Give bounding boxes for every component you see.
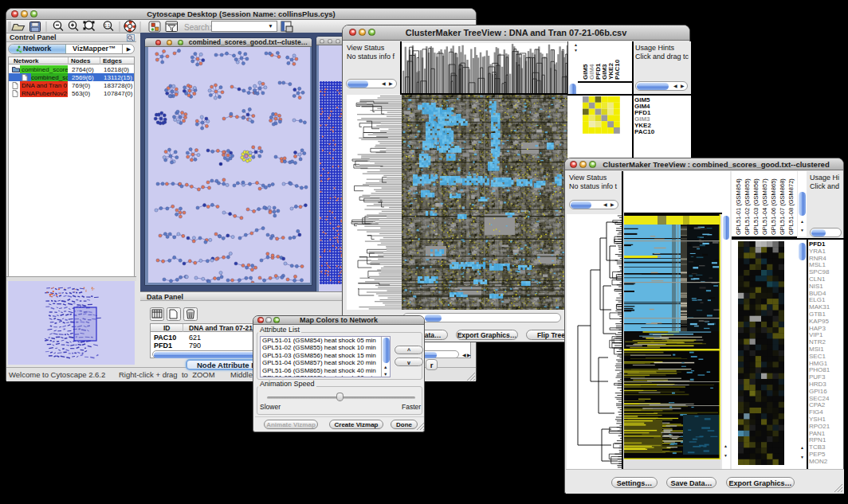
svg-text:1:1: 1:1 xyxy=(104,24,110,28)
